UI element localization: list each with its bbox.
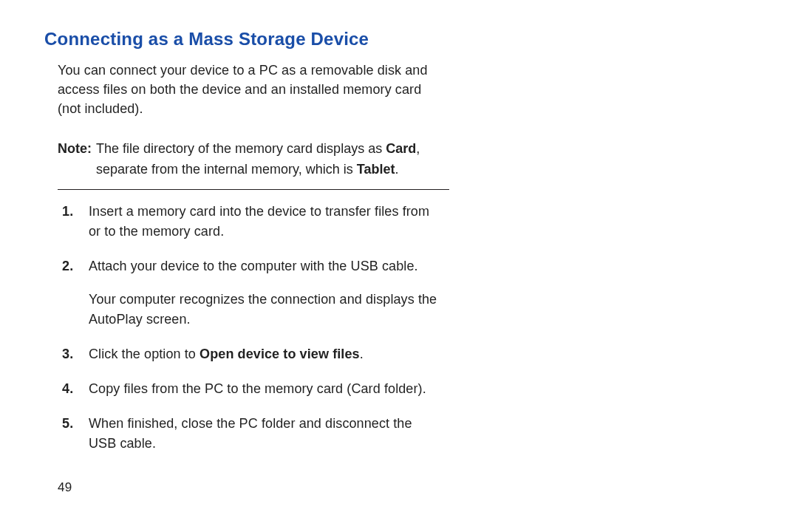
note-text-post: .: [395, 162, 398, 177]
step-3-pre: Click the option to: [89, 347, 200, 361]
divider: [58, 189, 449, 190]
note-body: The file directory of the memory card di…: [96, 139, 442, 180]
note-label: Note:: [58, 139, 96, 180]
step-1-text: Insert a memory card into the device to …: [89, 204, 429, 239]
step-5-text: When finished, close the PC folder and d…: [89, 416, 412, 451]
note-text-pre: The file directory of the memory card di…: [96, 141, 386, 156]
manual-page: Connecting as a Mass Storage Device You …: [0, 0, 798, 532]
section-heading: Connecting as a Mass Storage Device: [44, 28, 429, 50]
note-block: Note: The file directory of the memory c…: [58, 139, 442, 180]
intro-paragraph: You can connect your device to a PC as a…: [58, 61, 434, 118]
step-2: Attach your device to the computer with …: [58, 256, 442, 330]
step-2-text-b: Your computer recognizes the connection …: [89, 290, 442, 330]
step-3-post: .: [360, 347, 364, 361]
step-3-bold: Open device to view files: [200, 347, 360, 361]
note-tablet-bold: Tablet: [357, 162, 395, 177]
steps-list: Insert a memory card into the device to …: [58, 202, 442, 454]
step-2-text-a: Attach your device to the computer with …: [89, 259, 418, 273]
step-3: Click the option to Open device to view …: [58, 344, 442, 364]
page-number: 49: [58, 480, 72, 495]
step-5: When finished, close the PC folder and d…: [58, 414, 442, 454]
step-4: Copy files from the PC to the memory car…: [58, 379, 442, 399]
step-4-text: Copy files from the PC to the memory car…: [89, 381, 426, 396]
step-1: Insert a memory card into the device to …: [58, 202, 442, 242]
note-card-bold: Card: [386, 141, 416, 156]
